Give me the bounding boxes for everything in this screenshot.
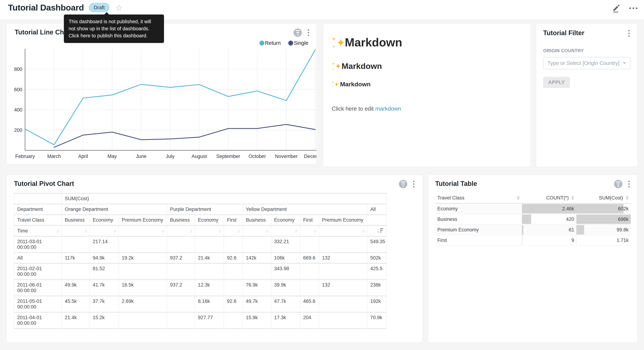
cell-travel-class: First (435, 235, 522, 246)
tutorial-table: Travel Class COUNT(*) SUM(Cost) Economy2… (435, 192, 631, 246)
pivot-value-cell: 669.6 (300, 252, 319, 263)
filter-menu-icon[interactable] (628, 29, 630, 38)
applied-filters-icon[interactable] (614, 180, 622, 188)
pivot-sort-cell: ↓↑ (243, 226, 271, 236)
panel-tutorial-table: Tutorial Table Travel Class COUNT(*) (428, 175, 638, 342)
sort-toggle-icon[interactable]: ↓↑ (362, 228, 364, 234)
sort-desc-active-icon[interactable]: ↓ (377, 228, 383, 234)
applied-filters-icon[interactable] (294, 28, 302, 37)
sort-toggle-icon[interactable]: ↓↑ (84, 228, 86, 234)
cell-travel-class: Economy (435, 204, 522, 214)
pivot-value-cell (224, 236, 243, 252)
origin-country-select[interactable]: Type or Select [Origin Country] (543, 57, 630, 69)
pivot-value-cell (119, 312, 167, 328)
pivot-menu-icon[interactable] (412, 180, 415, 188)
x-axis-tick-label: December (304, 154, 316, 159)
pivot-value-cell (319, 312, 367, 328)
publish-tooltip[interactable]: This dashboard is not published, it will… (64, 14, 164, 43)
table-row[interactable]: Premium Economy6199.8k (435, 224, 631, 235)
table-row[interactable]: First91.71k (435, 235, 631, 246)
dashboard-menu-icon[interactable] (629, 8, 638, 9)
pivot-value-cell: 937.2 (167, 252, 195, 263)
sparkles-icon: ✦✦✦ (332, 62, 341, 70)
x-axis-tick-label: March (47, 154, 61, 159)
pivot-row: 2011-05-01 00:00:0045.5k37.7k2.69k8.16k9… (14, 296, 386, 312)
legend-dot (260, 40, 264, 46)
pivot-value-cell (319, 296, 367, 312)
pivot-sort-cell: ↓↑ (167, 226, 195, 236)
pivot-row: All117k94.9k19.2k937.221.4k92.6142k106k6… (14, 252, 386, 263)
line-chart-menu-icon[interactable] (307, 28, 310, 37)
pivot-value-cell: 132 (319, 252, 367, 263)
cell-travel-class: Business (435, 214, 522, 224)
table-row[interactable]: Business420696k (435, 214, 631, 224)
sort-icon[interactable] (517, 196, 520, 200)
sort-toggle-icon[interactable]: ↓↑ (189, 228, 192, 234)
pivot-value-cell (119, 236, 167, 252)
filter-title: Tutorial Filter (543, 29, 584, 37)
series-line-single[interactable] (54, 124, 315, 147)
pivot-col-header: Economy (195, 215, 224, 226)
y-axis-tick-label: 800 (14, 66, 22, 72)
edit-pencil-icon[interactable] (612, 4, 621, 13)
sort-toggle-icon[interactable]: ↓↑ (313, 228, 316, 234)
chevron-down-icon (623, 62, 626, 64)
pivot-col-header: Premium Economy (319, 215, 367, 226)
table-row[interactable]: Economy2.46k602k (435, 204, 631, 214)
sort-icon[interactable] (626, 196, 628, 200)
pivot-corner-cell (14, 193, 62, 204)
sort-toggle-icon[interactable]: ↓↑ (113, 228, 116, 234)
pivot-value-cell: 217.14 (90, 236, 119, 252)
pivot-value-cell: 21.4k (62, 312, 90, 328)
panel-tutorial-pivot-chart: Tutorial Pivot Chart SUM(Cost)Department… (6, 175, 423, 342)
column-header-sum-cost[interactable]: SUM(Cost) (576, 192, 631, 204)
applied-filters-icon[interactable] (399, 180, 407, 188)
pivot-value-cell: 927.77 (195, 312, 224, 328)
apply-button[interactable]: APPLY (543, 77, 570, 88)
markdown-edit-link[interactable]: markdown (375, 106, 401, 112)
favorite-star-icon[interactable]: ☆ (115, 4, 123, 12)
pivot-time-cell: 2011-06-01 00:00:00 (14, 280, 62, 296)
pivot-value-cell (195, 236, 224, 252)
line-chart-title: Tutorial Line Chart (15, 28, 72, 36)
sort-toggle-icon[interactable]: ↓↑ (218, 228, 221, 234)
pivot-value-cell: 45.5k (62, 296, 90, 312)
table-menu-icon[interactable] (628, 180, 630, 188)
sort-icon[interactable] (571, 196, 574, 200)
pivot-title: Tutorial Pivot Chart (14, 180, 74, 188)
pivot-value-cell: 70.9k (367, 312, 386, 328)
cell-sum-cost: 1.71k (576, 235, 631, 246)
pivot-value-cell (62, 263, 90, 280)
pivot-value-cell: 192k (367, 296, 386, 312)
sort-toggle-icon[interactable]: ↓↑ (56, 228, 58, 234)
pivot-value-cell (224, 312, 243, 328)
value-bar (522, 236, 522, 245)
legend-dot (288, 40, 293, 46)
sort-toggle-icon[interactable]: ↓↑ (237, 228, 240, 234)
pivot-sort-cell: ↓↑ (319, 226, 367, 236)
pivot-row: 2011-04-01 00:00:0021.4k15.2k927.7715.9k… (14, 312, 386, 328)
pivot-value-cell: 937.2 (167, 280, 195, 296)
pivot-value-cell: 49.7k (243, 296, 271, 312)
x-axis-tick-label: September (216, 154, 240, 159)
pivot-value-cell: 17.3k (271, 312, 300, 328)
x-axis-tick-label: July (166, 154, 175, 159)
column-header-count[interactable]: COUNT(*) (522, 192, 576, 204)
sort-toggle-icon[interactable]: ↓↑ (294, 228, 297, 234)
sort-toggle-icon[interactable]: ↓↑ (161, 228, 164, 234)
pivot-value-cell: 15.9k (243, 312, 271, 328)
x-axis-tick-label: June (136, 154, 146, 159)
status-badge[interactable]: Draft (89, 3, 110, 12)
pivot-value-cell: 132 (319, 280, 367, 296)
pivot-value-cell: 465.6 (300, 296, 319, 312)
pivot-sort-cell: ↓↑ (119, 226, 167, 236)
pivot-value-cell (243, 263, 271, 280)
markdown-paragraph: Click here to edit markdown (332, 106, 522, 112)
pivot-value-cell: 76.9k (243, 280, 271, 296)
markdown-h2: ✦✦✦ Markdown (332, 62, 522, 71)
pivot-value-cell: 2.69k (119, 296, 167, 312)
line-chart-svg[interactable]: 200400600800FebruaryMarchAprilMayJuneJul… (7, 45, 316, 164)
column-header-travel-class[interactable]: Travel Class (435, 192, 522, 204)
value-bar (522, 214, 531, 224)
sort-toggle-icon[interactable]: ↓↑ (266, 228, 268, 234)
